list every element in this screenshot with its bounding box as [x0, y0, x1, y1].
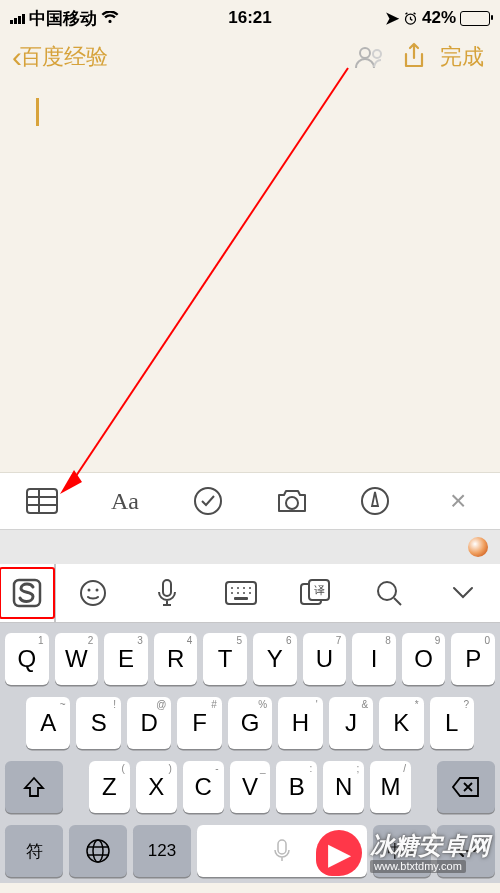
- number-key[interactable]: 123: [133, 825, 191, 877]
- svg-point-19: [237, 587, 239, 589]
- return-key[interactable]: [437, 825, 495, 877]
- key-b[interactable]: :B: [276, 761, 317, 813]
- language-key[interactable]: 中/英: [373, 825, 431, 877]
- back-label: 百度经验: [20, 42, 108, 72]
- key-r[interactable]: 4R: [154, 633, 198, 685]
- people-icon[interactable]: [348, 35, 392, 79]
- keyboard-switch-button[interactable]: [204, 564, 278, 622]
- sticker-icon[interactable]: [468, 537, 488, 557]
- checklist-tool[interactable]: [190, 483, 226, 519]
- key-t[interactable]: 5T: [203, 633, 247, 685]
- svg-point-15: [96, 589, 99, 592]
- key-i[interactable]: 8I: [352, 633, 396, 685]
- translate-button[interactable]: 译: [278, 564, 352, 622]
- key-c[interactable]: -C: [183, 761, 224, 813]
- camera-tool[interactable]: [274, 483, 310, 519]
- note-editor[interactable]: [0, 82, 500, 472]
- key-q[interactable]: 1Q: [5, 633, 49, 685]
- share-button[interactable]: [392, 35, 436, 79]
- svg-point-30: [378, 582, 396, 600]
- key-j[interactable]: &J: [329, 697, 373, 749]
- key-x[interactable]: )X: [136, 761, 177, 813]
- svg-text:译: 译: [314, 584, 325, 596]
- key-row-fn: 符 123 中/英: [5, 825, 495, 877]
- text-cursor: [36, 98, 39, 126]
- key-m[interactable]: /M: [370, 761, 411, 813]
- key-k[interactable]: *K: [379, 697, 423, 749]
- key-u[interactable]: 7U: [303, 633, 347, 685]
- key-w[interactable]: 2W: [55, 633, 99, 685]
- keyboard: 1Q2W3E4R5T6Y7U8I9O0P ~A!S@D#F%G'H&J*K?L …: [0, 623, 500, 883]
- key-a[interactable]: ~A: [26, 697, 70, 749]
- battery-pct: 42%: [422, 8, 456, 28]
- signal-icon: [10, 12, 25, 24]
- collapse-button[interactable]: [426, 564, 500, 622]
- table-tool[interactable]: [24, 483, 60, 519]
- key-row-1: 1Q2W3E4R5T6Y7U8I9O0P: [5, 633, 495, 685]
- svg-point-18: [231, 587, 233, 589]
- key-p[interactable]: 0P: [451, 633, 495, 685]
- key-v[interactable]: _V: [230, 761, 271, 813]
- svg-point-21: [249, 587, 251, 589]
- svg-point-10: [286, 497, 298, 509]
- wifi-icon: [101, 11, 119, 25]
- format-tool[interactable]: Aa: [107, 483, 143, 519]
- svg-point-23: [237, 592, 239, 594]
- globe-key[interactable]: [69, 825, 127, 877]
- key-row-2: ~A!S@D#F%G'H&J*K?L: [5, 697, 495, 749]
- svg-rect-17: [226, 582, 256, 604]
- key-y[interactable]: 6Y: [253, 633, 297, 685]
- alarm-icon: [403, 11, 418, 26]
- clock: 16:21: [228, 8, 271, 28]
- sogou-logo-button[interactable]: [0, 564, 56, 622]
- key-row-3: (Z)X-C_V:B;N/M: [5, 761, 495, 813]
- svg-rect-36: [278, 840, 286, 854]
- key-s[interactable]: !S: [76, 697, 120, 749]
- shift-key[interactable]: [5, 761, 63, 813]
- done-button[interactable]: 完成: [436, 42, 488, 72]
- svg-point-1: [360, 48, 370, 58]
- search-button[interactable]: [352, 564, 426, 622]
- svg-point-24: [243, 592, 245, 594]
- symbol-key[interactable]: 符: [5, 825, 63, 877]
- voice-button[interactable]: [130, 564, 204, 622]
- svg-line-31: [394, 598, 401, 605]
- key-z[interactable]: (Z: [89, 761, 130, 813]
- status-left: 中国移动: [10, 7, 119, 30]
- svg-point-22: [231, 592, 233, 594]
- back-button[interactable]: ‹ 百度经验: [12, 42, 108, 72]
- key-o[interactable]: 9O: [402, 633, 446, 685]
- close-keyboard[interactable]: ×: [440, 483, 476, 519]
- svg-point-25: [249, 592, 251, 594]
- svg-point-14: [88, 589, 91, 592]
- key-h[interactable]: 'H: [278, 697, 322, 749]
- key-d[interactable]: @D: [127, 697, 171, 749]
- space-key[interactable]: [197, 825, 367, 877]
- status-bar: 中国移动 16:21 ➤ 42%: [0, 0, 500, 32]
- svg-point-20: [243, 587, 245, 589]
- app-screen: 中国移动 16:21 ➤ 42% ‹ 百度经验 完成: [0, 0, 500, 893]
- delete-key[interactable]: [437, 761, 495, 813]
- svg-rect-26: [234, 597, 248, 600]
- svg-point-13: [81, 581, 105, 605]
- carrier-label: 中国移动: [29, 7, 97, 30]
- key-f[interactable]: #F: [177, 697, 221, 749]
- ime-toolbar: 译: [0, 564, 500, 623]
- nav-bar: ‹ 百度经验 完成: [0, 32, 500, 82]
- key-l[interactable]: ?L: [430, 697, 474, 749]
- svg-point-32: [87, 840, 109, 862]
- notes-toolbar: Aa ×: [0, 472, 500, 530]
- key-g[interactable]: %G: [228, 697, 272, 749]
- svg-rect-16: [163, 580, 171, 596]
- red-highlight-box: [0, 567, 55, 619]
- svg-rect-5: [27, 489, 57, 513]
- key-e[interactable]: 3E: [104, 633, 148, 685]
- status-right: ➤ 42%: [385, 8, 490, 29]
- key-n[interactable]: ;N: [323, 761, 364, 813]
- svg-point-2: [373, 50, 381, 58]
- location-icon: ➤: [385, 8, 399, 29]
- markup-tool[interactable]: [357, 483, 393, 519]
- battery-icon: [460, 11, 490, 26]
- svg-point-9: [195, 488, 221, 514]
- emoji-button[interactable]: [56, 564, 130, 622]
